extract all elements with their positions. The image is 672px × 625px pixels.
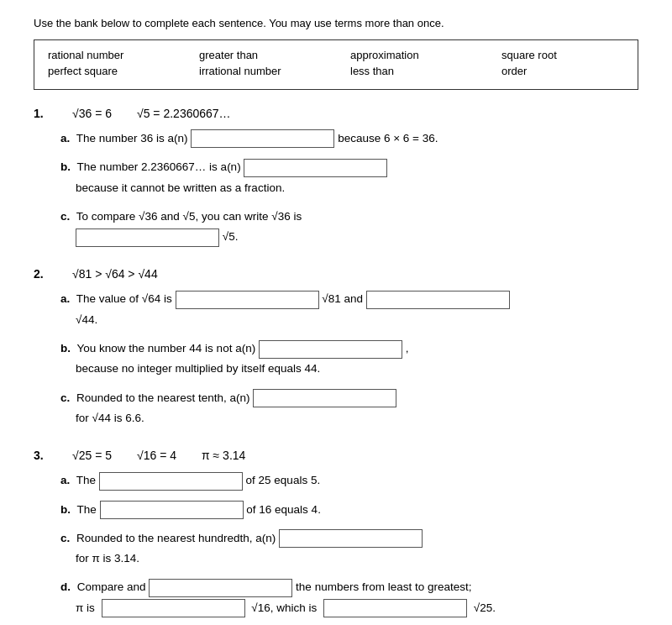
q2b-text-before: You know the number 44 is not a(n): [77, 342, 256, 355]
word-bank-row-2: perfect square irrational number less th…: [48, 65, 624, 77]
q2a-text-before: The value of √64 is: [76, 292, 172, 305]
wb-square-root: square root: [501, 49, 602, 61]
q3d-line2: π is √16, which is √25.: [76, 601, 496, 614]
q2-part-b: b. You know the number 44 is not a(n) , …: [60, 339, 638, 380]
q2a-text-mid: √81 and: [322, 292, 363, 305]
q2-header: 2. √81 > √64 > √44: [34, 267, 638, 281]
wb-order: order: [501, 65, 602, 77]
q3b-text-before: The: [77, 503, 97, 516]
q1a-text-before: The number 36 is a(n): [76, 132, 188, 144]
q3-expr2: √16 = 4: [137, 449, 176, 462]
q2b-text-comma: ,: [406, 342, 409, 355]
q1c-text-before: To compare √36 and √5, you can write √36…: [76, 210, 302, 223]
q1-expr2: √5 = 2.2360667…: [137, 107, 231, 120]
q1-header: 1. √36 = 6 √5 = 2.2360667…: [34, 107, 638, 120]
q1b-input[interactable]: [244, 159, 387, 177]
wb-approximation: approximation: [350, 49, 451, 61]
word-bank-row-1: rational number greater than approximati…: [48, 49, 624, 61]
q2-num: 2.: [34, 267, 47, 281]
q1-part-c: c. To compare √36 and √5, you can write …: [60, 207, 638, 248]
wb-irrational-number: irrational number: [199, 65, 300, 77]
q3b-input[interactable]: [100, 501, 244, 519]
q3a-label: a.: [60, 474, 70, 486]
q3d-input1[interactable]: [149, 579, 292, 597]
q1c-text-after: √5.: [223, 230, 239, 243]
q3-part-b: b. The of 16 equals 4.: [60, 500, 638, 520]
q2-part-c: c. Rounded to the nearest tenth, a(n) fo…: [60, 388, 638, 429]
q2c-label: c.: [60, 391, 70, 404]
q3-part-c: c. Rounded to the nearest hundredth, a(n…: [60, 528, 638, 570]
q3d-sqrt25-label: √25.: [474, 601, 496, 614]
wb-perfect-square: perfect square: [48, 65, 149, 77]
wb-less-than: less than: [350, 65, 451, 77]
question-2: 2. √81 > √64 > √44 a. The value of √64 i…: [34, 267, 638, 428]
q2-part-a: a. The value of √64 is √81 and √44.: [60, 289, 638, 330]
q2a-input2[interactable]: [366, 291, 510, 309]
q3c-text-after: for π is 3.14.: [76, 552, 139, 565]
q1-num: 1.: [34, 107, 47, 120]
q3d-input2[interactable]: [102, 599, 245, 617]
q1a-label: a.: [60, 132, 70, 144]
q1c-input[interactable]: [76, 228, 219, 247]
q3-part-d: d. Compare and the numbers from least to…: [60, 577, 638, 618]
q1a-text-after: because 6 × 6 = 36.: [338, 132, 438, 144]
q2b-text-after: because no integer multiplied by itself …: [76, 362, 320, 375]
q3b-label: b.: [60, 503, 71, 516]
q3a-text-before: The: [76, 474, 96, 486]
q2a-text-after: √44.: [76, 313, 97, 326]
q2b-input[interactable]: [259, 340, 402, 359]
q1-part-a: a. The number 36 is a(n) because 6 × 6 =…: [60, 129, 638, 149]
q1b-text-before: The number 2.2360667… is a(n): [77, 160, 241, 173]
q3-expr1: √25 = 5: [72, 449, 112, 462]
q2-expr1: √81 > √64 > √44: [72, 267, 158, 281]
q1-part-b: b. The number 2.2360667… is a(n) because…: [60, 157, 638, 198]
question-1: 1. √36 = 6 √5 = 2.2360667… a. The number…: [34, 107, 638, 247]
q3a-text-after: of 25 equals 5.: [246, 474, 321, 486]
q3b-text-after: of 16 equals 4.: [246, 503, 321, 516]
q3d-text-mid: the numbers from least to greatest;: [296, 580, 471, 593]
q2a-label: a.: [60, 292, 70, 305]
q3-num: 3.: [34, 449, 47, 462]
q3d-pi-label: π is: [76, 601, 95, 614]
q3c-label: c.: [60, 532, 70, 544]
q1-expr1: √36 = 6: [72, 107, 112, 120]
q1c-label: c.: [60, 210, 70, 223]
q1a-input[interactable]: [191, 129, 334, 148]
q3c-text-before: Rounded to the nearest hundredth, a(n): [76, 532, 276, 544]
q3d-input3[interactable]: [323, 599, 467, 617]
q3c-input[interactable]: [279, 529, 423, 548]
q3d-text-before: Compare and: [77, 580, 146, 593]
q3-expr3: π ≈ 3.14: [202, 449, 245, 462]
q3d-label: d.: [60, 580, 71, 593]
word-bank: rational number greater than approximati…: [34, 39, 638, 90]
question-3: 3. √25 = 5 √16 = 4 π ≈ 3.14 a. The of 25…: [34, 449, 638, 618]
q3d-sqrt16-label: √16, which is: [251, 601, 317, 614]
q3a-input[interactable]: [99, 472, 243, 491]
q2c-text-before: Rounded to the nearest tenth, a(n): [76, 391, 249, 404]
q2a-input1[interactable]: [176, 291, 319, 309]
q1b-text-after: because it cannot be written as a fracti…: [76, 181, 285, 194]
q2b-label: b.: [60, 342, 71, 355]
q2c-input[interactable]: [253, 389, 396, 407]
q1b-label: b.: [60, 160, 71, 173]
q3-part-a: a. The of 25 equals 5.: [60, 470, 638, 491]
wb-greater-than: greater than: [199, 49, 300, 61]
wb-rational-number: rational number: [48, 49, 149, 61]
q2c-text-after: for √44 is 6.6.: [76, 412, 144, 424]
instructions: Use the bank below to complete each sent…: [34, 17, 638, 29]
q3-header: 3. √25 = 5 √16 = 4 π ≈ 3.14: [34, 449, 638, 462]
